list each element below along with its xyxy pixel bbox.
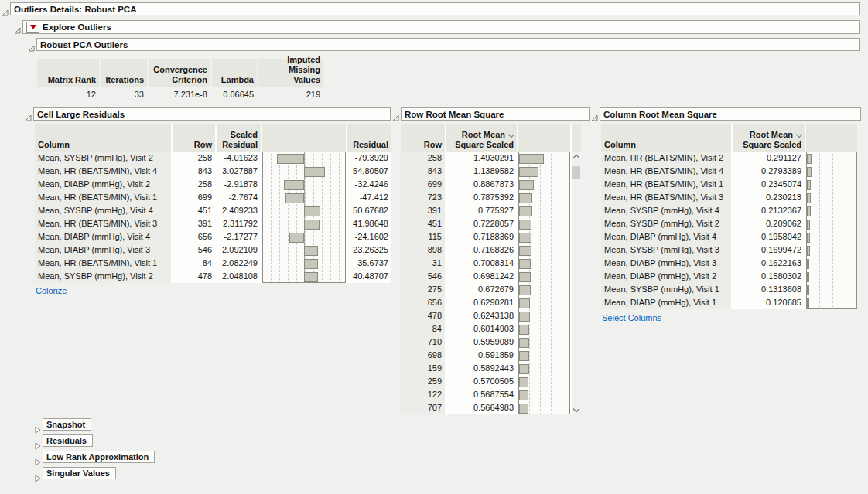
table-cell[interactable]: 35.6737 <box>347 257 391 270</box>
collapsed-panel-title-bar[interactable]: Singular Values <box>43 467 116 479</box>
table-cell[interactable]: 699 <box>401 178 445 191</box>
table-cell[interactable]: 478 <box>401 309 445 322</box>
table-cell[interactable]: 0.6014903 <box>446 322 517 336</box>
table-cell[interactable]: 0.2345074 <box>733 178 805 191</box>
collapsed-panel-title-bar[interactable]: Snapshot <box>43 418 91 431</box>
residual-bar[interactable] <box>277 154 304 164</box>
table-cell[interactable]: -4.01623 <box>217 152 261 165</box>
table-cell[interactable]: Mean, DIABP (mmHg), Visit 4 <box>601 230 731 244</box>
rms-bar[interactable] <box>519 285 531 295</box>
table-cell[interactable]: 0.775927 <box>446 204 517 217</box>
table-cell[interactable]: 31 <box>401 257 445 270</box>
table-cell[interactable]: Mean, SYSBP (mmHg), Visit 1 <box>601 283 731 296</box>
scrollbar-thumb[interactable] <box>572 166 580 179</box>
table-cell[interactable]: Mean, DIABP (mmHg), Visit 2 <box>601 270 731 283</box>
table-cell[interactable]: Mean, SYSBP (mmHg), Visit 4 <box>35 204 171 217</box>
rms-bar[interactable] <box>519 364 529 374</box>
table-cell[interactable]: 843 <box>401 165 445 178</box>
table-cell[interactable]: 275 <box>401 283 445 296</box>
table-cell[interactable]: 54.80507 <box>347 165 391 178</box>
residual-bar[interactable] <box>285 193 304 203</box>
table-cell[interactable]: 0.291127 <box>733 152 805 165</box>
robust-pca-outliers-title-bar[interactable]: Robust PCA Outliers <box>36 38 860 51</box>
table-cell[interactable]: 41.98648 <box>347 217 391 230</box>
vertical-scrollbar[interactable] <box>572 152 581 414</box>
table-cell[interactable]: 50.67682 <box>347 204 391 217</box>
rms-bar[interactable] <box>519 325 529 335</box>
table-cell[interactable]: 2.409233 <box>217 204 261 217</box>
table-cell[interactable]: -2.17277 <box>217 230 261 244</box>
table-cell[interactable]: Mean, HR (BEATS/MIN), Visit 3 <box>35 217 171 230</box>
rms-bar[interactable] <box>519 404 528 414</box>
table-cell[interactable]: 707 <box>401 401 445 414</box>
table-cell[interactable]: 0.1699472 <box>733 244 805 257</box>
table-cell[interactable]: -24.1602 <box>347 230 391 244</box>
table-cell[interactable]: 0.672679 <box>446 283 517 296</box>
table-cell[interactable]: 451 <box>401 217 445 230</box>
table-cell[interactable]: 656 <box>401 296 445 309</box>
scroll-down-button[interactable] <box>572 405 581 414</box>
column-header[interactable]: Root MeanSquare Scaled <box>733 124 805 152</box>
table-cell[interactable]: Mean, DIABP (mmHg), Visit 3 <box>35 244 171 257</box>
sort-chevron-icon[interactable] <box>508 131 514 137</box>
red-triangle-menu-button[interactable] <box>26 22 39 33</box>
table-cell[interactable]: 0.7228057 <box>446 217 517 230</box>
table-cell[interactable]: 0.1958042 <box>733 230 805 244</box>
table-cell[interactable]: 843 <box>173 165 215 178</box>
rms-bar[interactable] <box>807 285 809 295</box>
table-cell[interactable]: Mean, HR (BEATS/MIN), Visit 1 <box>35 257 171 270</box>
table-cell[interactable]: 0.6243138 <box>446 309 517 322</box>
table-cell[interactable]: Mean, SYSBP (mmHg), Visit 2 <box>601 217 731 230</box>
select-columns-link[interactable]: Select Columns <box>602 313 661 322</box>
table-cell[interactable]: 0.1580302 <box>733 270 805 283</box>
rms-bar[interactable] <box>519 206 532 216</box>
rms-bar[interactable] <box>519 180 534 190</box>
disclosure-collapsed-icon[interactable] <box>34 472 41 479</box>
rms-bar[interactable] <box>519 154 544 164</box>
disclosure-collapsed-icon[interactable] <box>34 439 41 446</box>
rms-bar[interactable] <box>807 154 812 164</box>
table-cell[interactable]: 898 <box>401 244 445 257</box>
scroll-up-button[interactable] <box>572 152 581 161</box>
residual-bar[interactable] <box>289 233 304 243</box>
table-cell[interactable]: 0.7008314 <box>446 257 517 270</box>
table-cell[interactable]: 0.1313608 <box>733 283 805 296</box>
table-cell[interactable]: 0.2132367 <box>733 204 805 217</box>
disclosure-collapsed-icon[interactable] <box>34 423 41 430</box>
rms-bar[interactable] <box>807 298 809 308</box>
collapsed-panel-title-bar[interactable]: Residuals <box>43 434 93 447</box>
residual-bar[interactable] <box>304 167 325 177</box>
disclosure-open-icon[interactable] <box>14 23 21 30</box>
table-cell[interactable]: 84 <box>401 322 445 336</box>
table-cell[interactable]: 40.48707 <box>347 270 391 283</box>
table-cell[interactable]: 0.5959089 <box>446 336 517 349</box>
rms-bar[interactable] <box>519 246 531 256</box>
table-cell[interactable]: 115 <box>401 230 445 244</box>
table-cell[interactable]: 0.1622163 <box>733 257 805 270</box>
rms-bar[interactable] <box>807 206 811 216</box>
table-cell[interactable]: 2.082249 <box>217 257 261 270</box>
table-cell[interactable]: Mean, SYSBP (mmHg), Visit 2 <box>35 270 171 283</box>
rms-bar[interactable] <box>519 298 530 308</box>
rms-bar[interactable] <box>519 390 528 400</box>
table-cell[interactable]: Mean, DIABP (mmHg), Visit 4 <box>35 230 171 244</box>
disclosure-collapsed-icon[interactable] <box>34 455 41 462</box>
table-cell[interactable]: 159 <box>401 362 445 375</box>
rms-bar[interactable] <box>519 167 538 177</box>
residual-bar[interactable] <box>304 206 320 216</box>
table-cell[interactable]: 2.048108 <box>217 270 261 283</box>
table-cell[interactable]: Mean, HR (BEATS/MIN), Visit 4 <box>601 165 731 178</box>
table-cell[interactable]: 699 <box>173 191 215 204</box>
table-cell[interactable]: Mean, HR (BEATS/MIN), Visit 1 <box>35 191 171 204</box>
table-cell[interactable]: 698 <box>401 349 445 362</box>
table-cell[interactable]: -47.412 <box>347 191 391 204</box>
rms-bar[interactable] <box>807 167 812 177</box>
table-cell[interactable]: 258 <box>401 152 445 165</box>
table-cell[interactable]: 0.7168326 <box>446 244 517 257</box>
table-cell[interactable]: 0.5700505 <box>446 375 517 388</box>
explore-outliers-title-bar[interactable]: Explore Outliers <box>22 20 860 34</box>
table-cell[interactable]: 84 <box>173 257 215 270</box>
residual-bar[interactable] <box>284 180 304 190</box>
sort-chevron-icon[interactable] <box>796 131 802 137</box>
residual-bar[interactable] <box>304 272 318 282</box>
